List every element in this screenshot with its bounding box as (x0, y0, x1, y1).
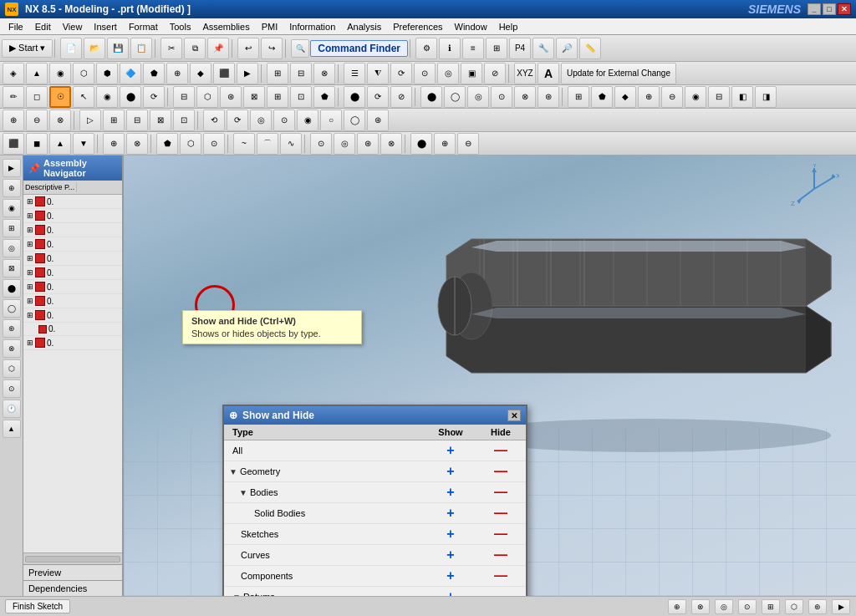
tb3-15[interactable]: ⬤ (344, 86, 365, 108)
open-file-button[interactable]: 📂 (84, 38, 105, 59)
tb5-17[interactable]: ⬤ (410, 133, 432, 155)
tb2-7[interactable]: ⬟ (143, 63, 165, 84)
tb3-14[interactable]: ⬟ (313, 86, 335, 108)
nav-item-10[interactable]: ⊞ 0. (23, 336, 122, 350)
status-icon-6[interactable]: ⬡ (785, 599, 803, 614)
tb3-10[interactable]: ⊛ (220, 86, 242, 108)
tb4-3[interactable]: ⊗ (49, 109, 71, 131)
maximize-button[interactable]: □ (823, 3, 836, 15)
tb3-18[interactable]: ⬤ (420, 86, 442, 108)
tb2-17[interactable]: ⟳ (390, 63, 412, 84)
sidebar-icon-clock[interactable]: 🕐 (3, 400, 21, 418)
tb2-4[interactable]: ⬡ (73, 63, 94, 84)
tb2-19[interactable]: ◎ (437, 63, 459, 84)
tb-extra-5[interactable]: P4 (509, 38, 531, 59)
row-all-show[interactable]: + (425, 443, 476, 458)
close-button[interactable]: ✕ (838, 3, 851, 15)
tb5-2[interactable]: ◼ (26, 133, 48, 155)
sidebar-icon-9[interactable]: ⊛ (3, 319, 21, 338)
tb3-9[interactable]: ⬡ (196, 86, 218, 108)
tb5-10[interactable]: ~ (233, 133, 255, 155)
tb3-6[interactable]: ⬤ (120, 86, 141, 108)
tb2-16[interactable]: ⧨ (367, 63, 389, 84)
row-components-show[interactable]: + (425, 568, 476, 583)
nav-item-3[interactable]: ⊞ 0. (23, 237, 122, 252)
tb3-5[interactable]: ◉ (96, 86, 118, 108)
tb3-29[interactable]: ◉ (685, 86, 706, 108)
new-file-button[interactable]: 📄 (60, 38, 82, 59)
tb-extra-6[interactable]: 🔧 (532, 38, 554, 59)
nav-item-5[interactable]: ⊞ 0. (23, 266, 122, 280)
tb5-9[interactable]: ⊙ (203, 133, 225, 155)
status-icon-7[interactable]: ⊛ (808, 599, 827, 614)
tb5-8[interactable]: ⬡ (180, 133, 201, 155)
tb3-22[interactable]: ⊗ (514, 86, 536, 108)
tb2-5[interactable]: ⬢ (96, 63, 118, 84)
tb5-12[interactable]: ∿ (280, 133, 302, 155)
tb3-16[interactable]: ⟳ (367, 86, 389, 108)
nav-item-4[interactable]: ⊞ 0. (23, 252, 122, 266)
datums-collapse-icon[interactable]: ▼ (232, 593, 241, 597)
menu-file[interactable]: File (3, 20, 28, 33)
tb3-25[interactable]: ⬟ (591, 86, 613, 108)
status-icon-2[interactable]: ⊗ (691, 599, 710, 614)
tb4-9[interactable]: ⟲ (203, 109, 225, 131)
tb-extra-4[interactable]: ⊞ (486, 38, 507, 59)
tb2-14[interactable]: ⊗ (313, 63, 335, 84)
tb5-7[interactable]: ⬟ (156, 133, 178, 155)
tb2-8[interactable]: ⊕ (166, 63, 188, 84)
menu-information[interactable]: Information (284, 20, 340, 33)
menu-insert[interactable]: Insert (89, 20, 122, 33)
row-geometry-show[interactable]: + (425, 464, 476, 479)
status-icon-3[interactable]: ◎ (715, 599, 733, 614)
row-curves-show[interactable]: + (425, 547, 476, 563)
tb3-13[interactable]: ⊡ (290, 86, 312, 108)
tb4-5[interactable]: ⊞ (103, 109, 125, 131)
sidebar-icon-11[interactable]: ⬡ (3, 359, 21, 378)
row-solid-bodies-hide[interactable]: — (476, 506, 526, 521)
bodies-collapse-icon[interactable]: ▼ (239, 488, 247, 497)
row-sketches-hide[interactable]: — (476, 527, 526, 542)
nav-item-7[interactable]: ⊞ 0. (23, 294, 122, 308)
row-datums-show[interactable]: + (425, 589, 476, 596)
tb5-11[interactable]: ⌒ (257, 133, 278, 155)
dependencies-label[interactable]: Dependencies (23, 580, 122, 596)
row-components-hide[interactable]: — (476, 568, 526, 583)
tb2-9[interactable]: ◆ (190, 63, 211, 84)
tb2-1[interactable]: ◈ (3, 63, 24, 84)
tb3-12[interactable]: ⊞ (267, 86, 288, 108)
tb3-32[interactable]: ◨ (755, 86, 777, 108)
tb4-16[interactable]: ⊛ (367, 109, 389, 131)
finish-sketch-btn[interactable]: Finish Sketch (5, 599, 70, 613)
tb3-3[interactable]: ☉ (49, 86, 71, 108)
tb2-3[interactable]: ◉ (49, 63, 71, 84)
tb4-12[interactable]: ⊙ (273, 109, 295, 131)
tb2-6[interactable]: 🔷 (120, 63, 141, 84)
tb-extra-8[interactable]: 📏 (579, 38, 601, 59)
cut-button[interactable]: ✂ (160, 38, 182, 59)
tb3-21[interactable]: ⊙ (491, 86, 512, 108)
tb-extra-2[interactable]: ℹ (439, 38, 461, 59)
tb4-6[interactable]: ⊟ (126, 109, 148, 131)
tb4-10[interactable]: ⟳ (227, 109, 248, 131)
sidebar-icon-14[interactable]: ▲ (3, 420, 21, 438)
tb5-13[interactable]: ⊙ (310, 133, 332, 155)
sidebar-icon-6[interactable]: ⊠ (3, 259, 21, 277)
row-sketches-show[interactable]: + (425, 527, 476, 542)
status-icon-4[interactable]: ⊙ (738, 599, 757, 614)
tb3-2[interactable]: ◻ (26, 86, 48, 108)
tb3-17[interactable]: ⊘ (390, 86, 412, 108)
menu-edit[interactable]: Edit (30, 20, 56, 33)
sidebar-icon-12[interactable]: ⊙ (3, 379, 21, 398)
tb5-19[interactable]: ⊖ (457, 133, 479, 155)
tb2-11[interactable]: ▶ (237, 63, 258, 84)
update-external[interactable]: Update for External Change (561, 63, 676, 84)
minimize-button[interactable]: _ (808, 3, 821, 15)
tb3-23[interactable]: ⊛ (538, 86, 559, 108)
tb3-19[interactable]: ◯ (444, 86, 466, 108)
tb4-7[interactable]: ⊠ (150, 109, 171, 131)
tb5-5[interactable]: ⊕ (103, 133, 125, 155)
tb2-15[interactable]: ☰ (344, 63, 365, 84)
tb2-12[interactable]: ⊞ (267, 63, 288, 84)
tb4-14[interactable]: ○ (320, 109, 342, 131)
